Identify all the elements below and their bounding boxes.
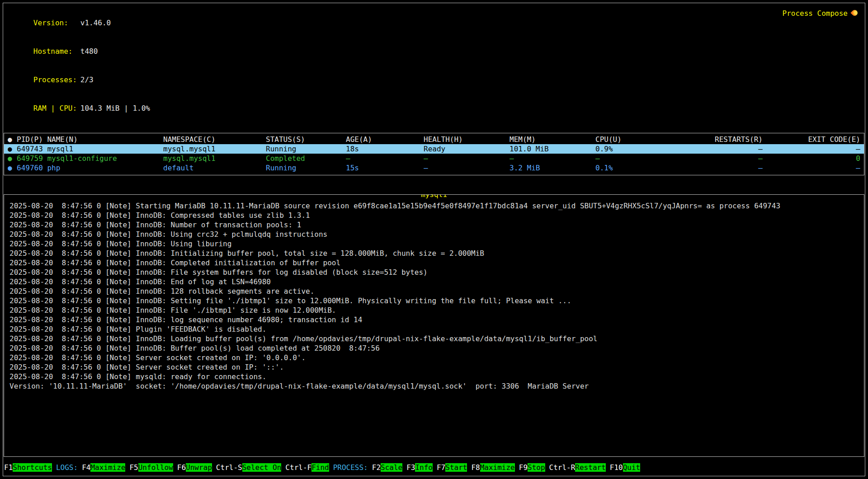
shortcut-key: F6 (177, 463, 186, 472)
shortcut-label: Unwrap (186, 463, 212, 472)
footer-shortcut-scale[interactable]: F2Scale (372, 463, 402, 472)
shortcut-label: Scale (381, 463, 402, 472)
col-mem[interactable]: MEM(M) (509, 135, 595, 144)
log-line: 2025-08-20 8:47:56 0 [Note] Server socke… (9, 353, 859, 362)
exit-code-cell: – (763, 144, 860, 154)
log-line: 2025-08-20 8:47:56 0 [Note] InnoDB: File… (9, 305, 859, 315)
process-row-mysql1[interactable]: ●649743 mysql1mysql.mysql1Running18sRead… (4, 144, 864, 154)
col-status[interactable]: STATUS(S) (266, 135, 346, 144)
log-lines[interactable]: 2025-08-20 8:47:56 0 [Note] Starting Mar… (9, 201, 859, 391)
processes-value: 2/3 (80, 75, 94, 84)
shortcut-key: Ctrl-R (549, 463, 576, 472)
restarts-cell: – (672, 144, 763, 154)
footer-shortcut-shortcuts[interactable]: F1Shortcuts (4, 463, 52, 472)
shortcut-key: F8 (471, 463, 480, 472)
footer-shortcut-restart[interactable]: Ctrl-RRestart (549, 463, 606, 472)
restarts-cell: – (672, 154, 763, 163)
status-dot-icon: ● (8, 163, 17, 173)
mem-cell: 101.0 MiB (509, 144, 595, 154)
table-header-row: ● PID(P) NAME(N) NAMESPACE(C) STATUS(S) … (4, 135, 864, 144)
footer-shortcut-info[interactable]: F3Info (406, 463, 433, 472)
status-cell: Running (266, 144, 346, 154)
log-line: 2025-08-20 8:47:56 0 [Note] InnoDB: Buff… (9, 343, 859, 353)
col-restarts[interactable]: RESTARTS(R) (672, 135, 763, 144)
namespace-cell: mysql.mysql1 (163, 144, 266, 154)
shortcut-label: Info (415, 463, 433, 472)
ram-cpu-value: 104.3 MiB | 1.0% (80, 104, 150, 113)
processes-row: Processes:2/3 (7, 66, 861, 94)
log-line: 2025-08-20 8:47:56 0 [Note] InnoDB: Usin… (9, 230, 859, 239)
footer-shortcut-stop[interactable]: F9Stop (519, 463, 545, 472)
shortcut-key: F1 (4, 463, 13, 472)
mem-cell: 3.2 MiB (509, 163, 595, 173)
footer-shortcut-maximize[interactable]: F8Maximize (471, 463, 514, 472)
version-row: Version:v1.46.0 (7, 9, 861, 37)
process-row-mysql1-configure[interactable]: ●649759 mysql1-configuremysql.mysql1Comp… (4, 154, 864, 163)
shortcut-key: Ctrl-F (285, 463, 311, 472)
shortcut-key: F4 (82, 463, 90, 472)
col-pid-name[interactable]: PID(P) NAME(N) (17, 135, 163, 144)
log-line: Version: '10.11.11-MariaDB' socket: '/ho… (9, 381, 859, 391)
ram-cpu-row: RAM | CPU:104.3 MiB | 1.0% (7, 94, 861, 122)
footer-shortcut-unfollow[interactable]: F5Unfollow (129, 463, 173, 472)
log-line: 2025-08-20 8:47:56 0 [Note] InnoDB: Comp… (9, 211, 859, 220)
shortcut-label: Stop (528, 463, 545, 472)
age-cell: 15s (346, 163, 424, 173)
log-line: 2025-08-20 8:47:56 0 [Note] InnoDB: Load… (9, 334, 859, 343)
footer-shortcut-select-on[interactable]: Ctrl-SSelect On (216, 463, 282, 472)
shortcut-label: Restart (575, 463, 605, 472)
footer-shortcut-find[interactable]: Ctrl-FFind (285, 463, 329, 472)
app-title: Process Compose (783, 9, 858, 18)
shortcut-key: F9 (519, 463, 528, 472)
footer-shortcut-start[interactable]: F7Start (437, 463, 467, 472)
header: Version:v1.46.0 Hostname:t480 Processes:… (3, 3, 865, 122)
table-body: ●649743 mysql1mysql.mysql1Running18sRead… (4, 144, 864, 173)
pid-name-cell: 649759 mysql1-configure (17, 154, 163, 163)
col-cpu[interactable]: CPU(U) (595, 135, 672, 144)
shortcut-label: Unfollow (138, 463, 173, 472)
flame-icon (850, 9, 859, 17)
status-cell: Running (266, 163, 346, 173)
shortcut-key: Ctrl-S (216, 463, 242, 472)
shortcut-key: F10 (610, 463, 623, 472)
process-compose-app: Version:v1.46.0 Hostname:t480 Processes:… (3, 3, 865, 476)
age-cell: 18s (346, 144, 424, 154)
footer-shortcut-unwrap[interactable]: F6Unwrap (177, 463, 212, 472)
exit-code-cell: – (763, 163, 860, 173)
status-cell: Completed (266, 154, 346, 163)
shortcut-key: F7 (437, 463, 445, 472)
log-line: 2025-08-20 8:47:56 0 [Note] InnoDB: Numb… (9, 220, 859, 230)
col-age[interactable]: AGE(A) (346, 135, 424, 144)
cpu-cell: 0.1% (595, 163, 672, 173)
shortcut-label: Find (311, 463, 329, 472)
log-line: 2025-08-20 8:47:56 0 [Note] InnoDB: log … (9, 315, 859, 324)
log-line: 2025-08-20 8:47:56 0 [Note] Starting Mar… (9, 201, 859, 211)
mem-cell: – (509, 154, 595, 163)
shortcut-label: Start (445, 463, 467, 472)
exit-code-cell: 0 (763, 154, 860, 163)
footer-bar: F1ShortcutsLOGS:F4MaximizeF5UnfollowF6Un… (3, 463, 865, 472)
col-exit-code[interactable]: EXIT CODE(E) (763, 135, 860, 144)
namespace-cell: default (163, 163, 266, 173)
shortcut-label: Shortcuts (13, 463, 52, 472)
footer-shortcut-maximize[interactable]: F4Maximize (82, 463, 125, 472)
footer-shortcut-quit[interactable]: F10Quit (610, 463, 640, 472)
cpu-cell: – (595, 154, 672, 163)
shortcut-label: Select On (242, 463, 282, 472)
log-panel: mysql1 2025-08-20 8:47:56 0 [Note] Start… (4, 194, 864, 457)
log-line: 2025-08-20 8:47:56 0 [Note] InnoDB: Comp… (9, 258, 859, 268)
process-row-php[interactable]: ●649760 phpdefaultRunning15s–3.2 MiB0.1%… (4, 163, 864, 173)
pid-name-cell: 649743 mysql1 (17, 144, 163, 154)
col-namespace[interactable]: NAMESPACE(C) (163, 135, 266, 144)
hostname-label: Hostname: (33, 47, 80, 56)
log-line: 2025-08-20 8:47:56 0 [Note] Plugin 'FEED… (9, 324, 859, 334)
log-line: 2025-08-20 8:47:56 0 [Note] InnoDB: Usin… (9, 239, 859, 249)
col-health[interactable]: HEALTH(H) (424, 135, 509, 144)
shortcut-key: F2 (372, 463, 381, 472)
footer-section-label: LOGS: (56, 463, 78, 472)
shortcut-label: Maximize (90, 463, 125, 472)
log-line: 2025-08-20 8:47:56 0 [Note] InnoDB: Sett… (9, 296, 859, 305)
version-value: v1.46.0 (80, 19, 111, 27)
status-dot-icon: ● (8, 154, 17, 163)
footer-section-label: PROCESS: (333, 463, 368, 472)
